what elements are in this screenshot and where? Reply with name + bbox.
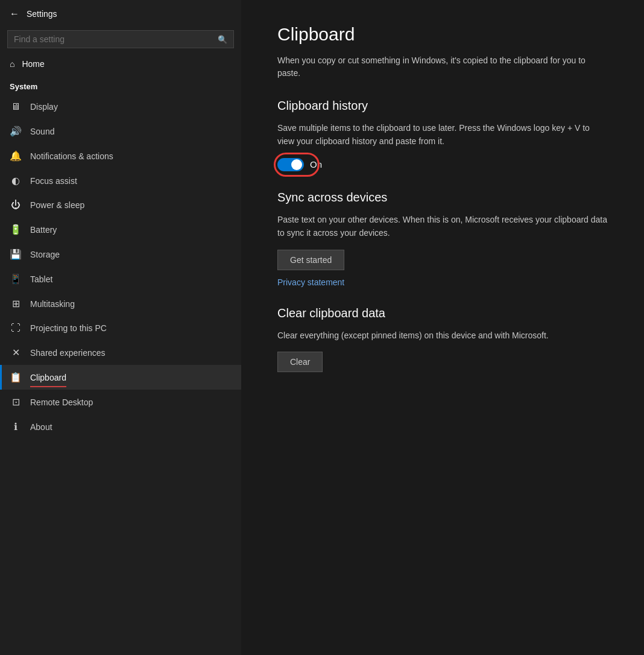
clipboard-label: Clipboard (30, 373, 66, 382)
home-icon: ⌂ (10, 59, 14, 69)
privacy-statement-link[interactable]: Privacy statement (277, 277, 344, 287)
sidebar-header[interactable]: ← Settings (0, 0, 241, 28)
clear-clipboard-heading: Clear clipboard data (277, 306, 608, 320)
storage-icon: 💾 (10, 248, 22, 260)
notifications-icon: 🔔 (10, 150, 22, 162)
clear-button[interactable]: Clear (277, 352, 323, 372)
sidebar: ← Settings 🔍 ⌂ Home System 🖥 Display 🔊 S… (0, 0, 241, 655)
sidebar-item-about[interactable]: ℹ About (0, 414, 241, 439)
tablet-label: Tablet (30, 274, 52, 284)
search-icon: 🔍 (218, 35, 227, 44)
toggle-state-label: On (310, 159, 322, 169)
sidebar-item-shared[interactable]: ✕ Shared experiences (0, 340, 241, 365)
projecting-label: Projecting to this PC (30, 323, 107, 333)
battery-label: Battery (30, 225, 57, 235)
about-label: About (30, 422, 52, 432)
focus-icon: ◐ (10, 175, 22, 186)
clipboard-history-description: Save multiple items to the clipboard to … (277, 121, 608, 148)
focus-label: Focus assist (30, 176, 77, 186)
system-section-label: System (0, 75, 241, 95)
notifications-label: Notifications & actions (30, 151, 113, 161)
display-label: Display (30, 102, 58, 112)
sidebar-item-storage[interactable]: 💾 Storage (0, 242, 241, 267)
search-box[interactable]: 🔍 (7, 30, 234, 48)
get-started-button[interactable]: Get started (277, 250, 344, 270)
back-icon[interactable]: ← (10, 8, 19, 19)
sidebar-item-notifications[interactable]: 🔔 Notifications & actions (0, 144, 241, 168)
sidebar-item-power[interactable]: ⏻ Power & sleep (0, 193, 241, 217)
sidebar-item-home[interactable]: ⌂ Home (0, 53, 241, 75)
sidebar-item-multitasking[interactable]: ⊞ Multitasking (0, 291, 241, 316)
tablet-icon: 📱 (10, 273, 22, 285)
remote-icon: ⊡ (10, 396, 22, 408)
app-title: Settings (27, 9, 57, 19)
sync-devices-heading: Sync across devices (277, 191, 608, 204)
shared-icon: ✕ (10, 347, 22, 358)
sound-label: Sound (30, 127, 54, 136)
sidebar-item-projecting[interactable]: ⛶ Projecting to this PC (0, 316, 241, 340)
about-icon: ℹ (10, 421, 22, 432)
multitasking-label: Multitasking (30, 299, 75, 309)
power-icon: ⏻ (10, 200, 22, 210)
clipboard-history-toggle-row: On (277, 158, 608, 171)
sidebar-item-clipboard[interactable]: 📋 Clipboard (0, 365, 241, 390)
clear-clipboard-description: Clear everything (except pinned items) o… (277, 329, 608, 342)
home-label: Home (22, 59, 44, 69)
sound-icon: 🔊 (10, 125, 22, 137)
storage-label: Storage (30, 250, 60, 259)
toggle-knob (291, 159, 302, 170)
search-input[interactable] (14, 34, 213, 44)
multitasking-icon: ⊞ (10, 298, 22, 309)
clipboard-icon: 📋 (10, 372, 22, 383)
sidebar-item-display[interactable]: 🖥 Display (0, 95, 241, 119)
main-content: Clipboard When you copy or cut something… (241, 0, 644, 655)
sidebar-item-focus[interactable]: ◐ Focus assist (0, 168, 241, 193)
active-underline (30, 386, 66, 387)
projecting-icon: ⛶ (10, 323, 22, 334)
sidebar-item-battery[interactable]: 🔋 Battery (0, 217, 241, 242)
display-icon: 🖥 (10, 101, 22, 112)
sidebar-item-remote[interactable]: ⊡ Remote Desktop (0, 390, 241, 414)
sync-devices-description: Paste text on your other devices. When t… (277, 213, 608, 240)
power-label: Power & sleep (30, 200, 84, 210)
battery-icon: 🔋 (10, 224, 22, 235)
clipboard-history-toggle[interactable] (277, 158, 304, 171)
sidebar-item-tablet[interactable]: 📱 Tablet (0, 267, 241, 291)
shared-label: Shared experiences (30, 348, 106, 358)
toggle-container: On (277, 158, 322, 171)
remote-label: Remote Desktop (30, 397, 93, 407)
page-description: When you copy or cut something in Window… (277, 54, 608, 80)
sidebar-item-sound[interactable]: 🔊 Sound (0, 119, 241, 144)
clipboard-history-heading: Clipboard history (277, 99, 608, 113)
page-title: Clipboard (277, 24, 608, 45)
